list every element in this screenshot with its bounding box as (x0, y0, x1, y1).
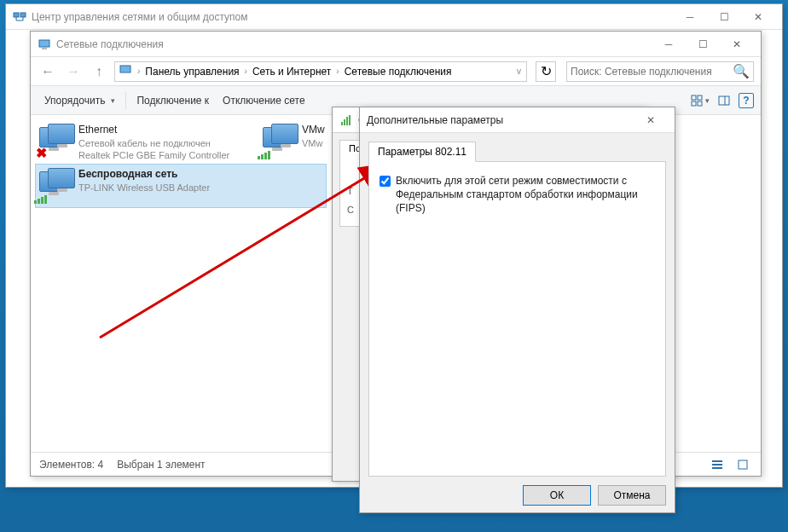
window-title: Центр управления сетями и общим доступом (32, 11, 673, 23)
details-view-button[interactable] (708, 455, 727, 474)
minimize-button[interactable]: ─ (652, 32, 686, 56)
advanced-settings-window: Дополнительные параметры ✕ Параметры 802… (359, 107, 675, 513)
signal-icon (258, 151, 270, 159)
cancel-button[interactable]: Отмена (598, 485, 666, 506)
maximize-button[interactable]: ☐ (707, 5, 741, 29)
network-adapter-icon (39, 168, 73, 202)
svg-rect-15 (712, 464, 722, 466)
refresh-button[interactable]: ↻ (536, 61, 556, 82)
view-menu[interactable] (691, 91, 710, 110)
svg-rect-0 (14, 13, 19, 17)
address-bar[interactable]: › Панель управления › Сеть и Интернет › … (114, 61, 527, 82)
ok-button[interactable]: ОК (523, 485, 591, 506)
organize-menu[interactable]: Упорядочить (38, 91, 122, 110)
app-icon (38, 38, 51, 51)
fips-checkbox-label: Включить для этой сети режим совместимос… (396, 174, 655, 216)
disable-device-button[interactable]: Отключение сете (216, 91, 312, 110)
tab-page: Включить для этой сети режим совместимос… (368, 161, 666, 477)
minimize-button[interactable]: ─ (673, 5, 707, 29)
connect-to-button[interactable]: Подключение к (130, 91, 216, 110)
app-icon (13, 10, 26, 24)
large-icons-view-button[interactable] (733, 455, 752, 474)
chevron-right-icon: › (136, 66, 142, 76)
chevron-right-icon: › (334, 66, 340, 76)
search-icon[interactable]: 🔍 (733, 63, 750, 79)
breadcrumb-item[interactable]: Сеть и Интернет (252, 66, 331, 78)
organize-label: Упорядочить (44, 95, 105, 107)
close-button[interactable]: ✕ (741, 5, 775, 29)
svg-rect-6 (42, 48, 47, 49)
svg-rect-14 (712, 460, 722, 462)
fips-checkbox-row[interactable]: Включить для этой сети режим совместимос… (380, 174, 655, 216)
chevron-down-icon[interactable]: v (515, 66, 523, 76)
search-box[interactable]: 🔍 (566, 61, 754, 82)
svg-rect-5 (39, 40, 49, 47)
svg-rect-20 (346, 117, 348, 125)
maximize-button[interactable]: ☐ (686, 32, 720, 56)
chevron-right-icon: › (243, 66, 249, 76)
help-button[interactable]: ? (739, 93, 754, 108)
item-count: Элементов: 4 (39, 459, 103, 471)
svg-rect-9 (698, 95, 702, 100)
separator (125, 92, 126, 109)
signal-icon (34, 195, 47, 204)
svg-rect-19 (344, 119, 345, 125)
svg-rect-16 (712, 467, 722, 469)
network-adapter-icon: ✖ (39, 124, 73, 158)
disconnected-icon: ✖ (36, 145, 47, 161)
svg-rect-1 (20, 13, 26, 17)
window-title: Дополнительные параметры (367, 114, 634, 126)
nav-forward-button[interactable]: → (63, 61, 84, 82)
close-button[interactable]: ✕ (720, 32, 754, 56)
connection-name: VMw (302, 124, 325, 137)
window-title: Сетевые подключения (56, 38, 652, 50)
address-icon (119, 63, 132, 79)
nav-up-button[interactable]: ↑ (89, 61, 109, 82)
connection-status: Сетевой кабель не подключен (78, 137, 229, 149)
tab-80211[interactable]: Параметры 802.11 (368, 142, 476, 162)
search-input[interactable] (571, 66, 733, 78)
titlebar[interactable]: Центр управления сетями и общим доступом… (6, 4, 782, 30)
svg-rect-8 (692, 95, 696, 100)
svg-rect-18 (341, 122, 343, 125)
breadcrumb-item[interactable]: Панель управления (145, 66, 239, 78)
fips-checkbox[interactable] (380, 176, 391, 187)
svg-rect-12 (719, 96, 729, 105)
signal-icon (339, 113, 353, 127)
connection-name: Беспроводная сеть (78, 168, 210, 182)
titlebar[interactable]: Дополнительные параметры ✕ (360, 107, 675, 133)
connection-item-ethernet[interactable]: ✖ Ethernet Сетевой кабель не подключен R… (36, 120, 258, 163)
connection-device: Realtek PCIe GBE Family Controller (78, 149, 229, 161)
svg-rect-21 (349, 115, 351, 125)
connection-name: Ethernet (78, 124, 229, 137)
svg-rect-11 (698, 101, 702, 106)
connect-label: Подключение к (136, 95, 209, 107)
connection-device: TP-LINK Wireless USB Adapter (78, 182, 210, 194)
svg-rect-7 (120, 66, 130, 72)
titlebar[interactable]: Сетевые подключения ─ ☐ ✕ (31, 32, 761, 57)
connection-item-wireless[interactable]: Беспроводная сеть TP-LINK Wireless USB A… (36, 165, 326, 207)
nav-back-button[interactable]: ← (38, 61, 58, 82)
network-adapter-icon (263, 124, 297, 158)
disable-label: Отключение сете (223, 95, 305, 107)
navbar: ← → ↑ › Панель управления › Сеть и Интер… (31, 57, 761, 86)
preview-pane-button[interactable] (715, 91, 733, 110)
close-button[interactable]: ✕ (634, 108, 668, 132)
svg-rect-10 (692, 101, 696, 106)
selection-count: Выбран 1 элемент (117, 459, 205, 471)
svg-rect-17 (739, 460, 747, 469)
connection-device: VMw (302, 137, 325, 149)
breadcrumb-item[interactable]: Сетевые подключения (345, 66, 452, 78)
